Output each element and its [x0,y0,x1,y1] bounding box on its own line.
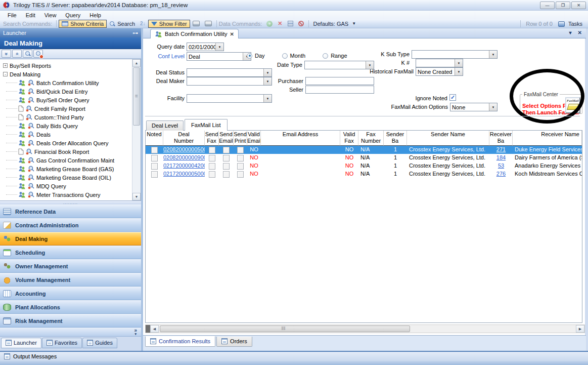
column-header-valid-fax[interactable]: ValidFax [340,131,358,146]
k-sub-type-combo[interactable]: ▼ [412,50,497,59]
defaults-dropdown[interactable]: Defaults: GAS ▼ [311,20,359,28]
tree-item[interactable]: Marketing Grease Board (OIL) [0,173,132,182]
tree-item[interactable]: - [0,70,132,78]
deal-status-combo[interactable]: ▼ [187,68,272,77]
scrollbar-track[interactable] [159,325,576,333]
nav-section-button[interactable]: Reference Data [0,205,141,218]
table-row[interactable]: 02082000000500 NO NO N/A 1 Crosstex Ener… [146,146,582,154]
send-email-checkbox[interactable] [223,155,230,161]
deal-maker-combo[interactable]: ▼ [187,77,272,86]
column-header-send-email[interactable]: SendEmail [219,131,234,146]
send-print-checkbox[interactable] [237,155,244,161]
noted-cell[interactable] [146,154,163,162]
conf-level-combo[interactable]: Deal▼ [187,52,251,61]
search-tree-button[interactable] [23,50,32,58]
nav-section-button[interactable]: Risk Management [0,314,141,328]
deal-number-cell[interactable]: 02172000005000 [163,170,205,178]
launch-faxmail-button[interactable]: FaxMail [565,97,580,113]
tree-item[interactable]: Batch Confirmation Utility [0,78,132,87]
sort-button[interactable]: 2↓ [138,20,148,28]
send-fax-checkbox[interactable] [209,163,215,170]
tree-item[interactable]: Buy/Sell Order Query [0,96,132,104]
date-mode-radio[interactable]: Day [247,53,265,59]
send-fax-cell[interactable] [205,154,219,162]
expand-all-button[interactable]: » [12,50,22,58]
results-tab[interactable]: Orders [216,337,252,347]
left-tab[interactable]: Favorites [42,338,82,348]
noted-cell[interactable] [146,162,163,170]
send-email-cell[interactable] [219,162,234,170]
send-fax-cell[interactable] [205,146,219,154]
print-button[interactable] [190,20,202,28]
date-mode-radio[interactable]: Month [282,53,306,59]
column-header-sender-ba[interactable]: SenderBa [384,131,407,146]
add-row-button[interactable]: + [264,20,275,28]
tree-item[interactable]: Bid/Quick Deal Entry [0,87,132,96]
scroll-thumb[interactable] [133,67,140,126]
deal-number-link[interactable]: 02082000000900 [163,154,205,160]
receiver-ba-cell[interactable]: 276 [489,170,513,178]
menu-item[interactable]: Edit [21,12,40,19]
tree-item[interactable]: Meter Transactions Query [0,190,132,199]
left-tab[interactable]: Launcher [1,338,41,348]
tree-item[interactable]: Gas Control Confirmation Maint [0,156,132,165]
send-print-checkbox[interactable] [237,147,244,153]
tab-list-dropdown-icon[interactable]: ▾ [569,30,572,35]
column-header-send-fax[interactable]: SendFax [205,131,219,146]
send-print-cell[interactable] [234,146,247,154]
column-header-valid-email[interactable]: ValidEmail [247,131,261,146]
noted-checkbox[interactable] [151,163,158,170]
noted-cell[interactable] [146,170,163,178]
tree-item[interactable]: Deals [0,130,132,139]
nav-section-button[interactable]: Plant Allocations [0,300,141,314]
noted-cell[interactable] [146,146,163,154]
restore-button[interactable]: ❐ [556,2,570,9]
menu-item[interactable]: View [40,12,61,19]
receiver-ba-cell[interactable]: 271 [489,146,513,154]
tree-item[interactable]: Marketing Grease Board (GAS) [0,165,132,173]
receiver-ba-link[interactable]: 53 [498,163,504,169]
receiver-ba-link[interactable]: 184 [496,154,506,160]
tasks-button[interactable]: Tasks [556,20,585,28]
nav-section-button[interactable]: Owner Management [0,259,141,273]
minimize-button[interactable]: — [540,2,555,9]
send-email-checkbox[interactable] [223,147,230,153]
left-tab[interactable]: Guides [82,338,117,348]
send-print-cell[interactable] [234,162,247,170]
deal-number-cell[interactable]: 02172000004200 [163,162,205,170]
output-messages-bar[interactable]: Output Messages [0,351,588,361]
scrollbar-thumb[interactable] [160,326,410,332]
tree-item[interactable]: + [0,61,132,70]
show-criteria-button[interactable]: Show Criteria [59,20,107,28]
nav-section-button[interactable]: Contract Administration [0,218,141,232]
deal-number-cell[interactable]: 02082000000900 [163,154,205,162]
send-print-cell[interactable] [234,170,247,178]
table-row[interactable]: 02172000005000 NO NO N/A 1 Crosstex Ener… [146,170,582,178]
purchaser-input[interactable] [305,77,374,85]
close-button[interactable]: ✕ [571,2,586,9]
seller-input[interactable] [305,86,374,94]
send-email-checkbox[interactable] [223,171,230,178]
tree-expander[interactable]: - [3,72,8,76]
tree-item[interactable]: Custom::Third Party [0,113,132,121]
column-header-send-print[interactable]: SendPrint [234,131,247,146]
tree-expander[interactable]: + [3,63,8,68]
pin-icon[interactable]: ⊶ [132,30,138,36]
column-header-email-address[interactable]: Email Address [261,131,340,146]
table-row[interactable]: 02082000000900 NO NO N/A 1 Crosstex Ener… [146,154,582,162]
send-print-checkbox[interactable] [237,171,244,178]
table-row[interactable]: 02172000004200 NO NO N/A 1 Crosstex Ener… [146,162,582,170]
column-header-fax-number[interactable]: FaxNumber [358,131,384,146]
scroll-down-button[interactable]: ▼ [132,193,141,200]
deal-number-link[interactable]: 02172000004200 [163,163,205,169]
ignore-noted-checkbox[interactable]: ✓ [449,94,456,101]
scroll-left-button[interactable]: ◀ [150,325,159,333]
send-print-cell[interactable] [234,154,247,162]
scroll-right-button[interactable]: ▶ [576,325,584,333]
conf-level-label[interactable]: Conf Level [145,53,185,59]
deal-number-link[interactable]: 02082000000500 [163,146,205,152]
send-email-cell[interactable] [219,146,234,154]
list-tab[interactable]: FaxMail List [185,119,228,131]
date-mode-radio[interactable]: Range [323,53,347,59]
noted-checkbox[interactable] [151,171,158,178]
